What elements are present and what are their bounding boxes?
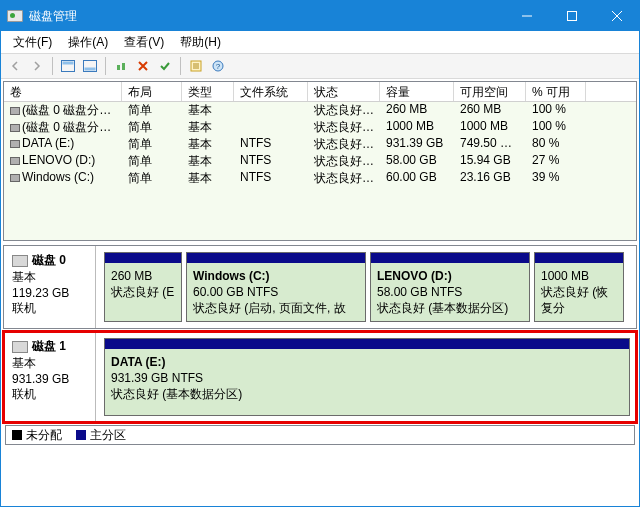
menu-bar: 文件(F) 操作(A) 查看(V) 帮助(H)	[1, 31, 639, 53]
help-icon[interactable]: ?	[208, 56, 228, 76]
svg-rect-6	[122, 63, 125, 70]
header-layout[interactable]: 布局	[122, 82, 182, 101]
svg-rect-0	[567, 12, 576, 21]
menu-help[interactable]: 帮助(H)	[172, 32, 229, 53]
disk-1-panel: 磁盘 1 基本 931.39 GB 联机 DATA (E:)931.39 GB …	[3, 331, 637, 423]
window-title: 磁盘管理	[29, 8, 504, 25]
check-icon[interactable]	[155, 56, 175, 76]
menu-file[interactable]: 文件(F)	[5, 32, 60, 53]
svg-rect-2	[63, 62, 74, 65]
disk-icon	[12, 341, 28, 353]
volume-row[interactable]: Windows (C:)简单基本NTFS状态良好 (…60.00 GB23.16…	[4, 170, 636, 187]
header-percent[interactable]: % 可用	[526, 82, 586, 101]
partition[interactable]: DATA (E:)931.39 GB NTFS状态良好 (基本数据分区)	[104, 338, 630, 416]
volume-row[interactable]: (磁盘 0 磁盘分区 1)简单基本状态良好 (…260 MB260 MB100 …	[4, 102, 636, 119]
disk-0-label[interactable]: 磁盘 0 基本 119.23 GB 联机	[4, 246, 96, 328]
forward-icon[interactable]	[27, 56, 47, 76]
refresh-icon[interactable]	[111, 56, 131, 76]
properties-icon[interactable]	[186, 56, 206, 76]
partition[interactable]: 260 MB状态良好 (E	[104, 252, 182, 322]
disk-map-area: 磁盘 0 基本 119.23 GB 联机 260 MB状态良好 (EWindow…	[3, 245, 637, 447]
volume-list: 卷 布局 类型 文件系统 状态 容量 可用空间 % 可用 (磁盘 0 磁盘分区 …	[3, 81, 637, 241]
legend-unallocated: 未分配	[12, 427, 62, 444]
volume-row[interactable]: (磁盘 0 磁盘分区 5)简单基本状态良好 (…1000 MB1000 MB10…	[4, 119, 636, 136]
menu-view[interactable]: 查看(V)	[116, 32, 172, 53]
back-icon[interactable]	[5, 56, 25, 76]
app-icon	[7, 10, 23, 22]
header-free[interactable]: 可用空间	[454, 82, 526, 101]
disk-icon	[12, 255, 28, 267]
toolbar: ?	[1, 53, 639, 79]
disk-1-label[interactable]: 磁盘 1 基本 931.39 GB 联机	[4, 332, 96, 422]
header-volume[interactable]: 卷	[4, 82, 122, 101]
volume-list-header: 卷 布局 类型 文件系统 状态 容量 可用空间 % 可用	[4, 82, 636, 102]
header-type[interactable]: 类型	[182, 82, 234, 101]
separator	[180, 57, 181, 75]
svg-text:?: ?	[216, 62, 221, 71]
panel-top-icon[interactable]	[58, 56, 78, 76]
menu-action[interactable]: 操作(A)	[60, 32, 116, 53]
minimize-button[interactable]	[504, 1, 549, 31]
svg-rect-5	[117, 65, 120, 70]
header-status[interactable]: 状态	[308, 82, 380, 101]
delete-icon[interactable]	[133, 56, 153, 76]
svg-rect-4	[85, 68, 96, 71]
panel-bottom-icon[interactable]	[80, 56, 100, 76]
close-button[interactable]	[594, 1, 639, 31]
separator	[52, 57, 53, 75]
volume-row[interactable]: DATA (E:)简单基本NTFS状态良好 (…931.39 GB749.50 …	[4, 136, 636, 153]
legend-primary: 主分区	[76, 427, 126, 444]
maximize-button[interactable]	[549, 1, 594, 31]
header-filesystem[interactable]: 文件系统	[234, 82, 308, 101]
partition[interactable]: Windows (C:)60.00 GB NTFS状态良好 (启动, 页面文件,…	[186, 252, 366, 322]
volume-row[interactable]: LENOVO (D:)简单基本NTFS状态良好 (…58.00 GB15.94 …	[4, 153, 636, 170]
legend: 未分配 主分区	[5, 425, 635, 445]
disk-0-panel: 磁盘 0 基本 119.23 GB 联机 260 MB状态良好 (EWindow…	[3, 245, 637, 329]
titlebar[interactable]: 磁盘管理	[1, 1, 639, 31]
separator	[105, 57, 106, 75]
header-capacity[interactable]: 容量	[380, 82, 454, 101]
disk-management-window: 磁盘管理 文件(F) 操作(A) 查看(V) 帮助(H) ? 卷 布局 类型 文…	[0, 0, 640, 507]
partition[interactable]: LENOVO (D:)58.00 GB NTFS状态良好 (基本数据分区)	[370, 252, 530, 322]
partition[interactable]: 1000 MB状态良好 (恢复分	[534, 252, 624, 322]
